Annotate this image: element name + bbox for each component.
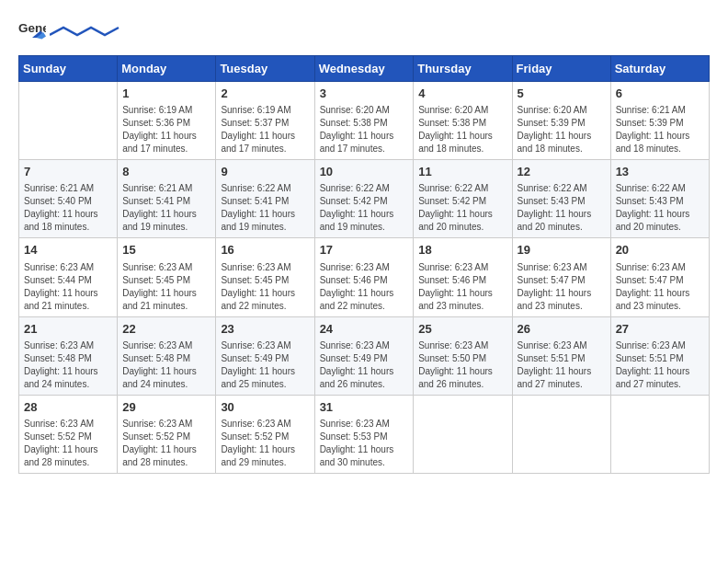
calendar-cell: 13Sunrise: 6:22 AM Sunset: 5:43 PM Dayli…: [610, 160, 709, 238]
day-info: Sunrise: 6:23 AM Sunset: 5:48 PM Dayligh…: [24, 339, 112, 391]
day-number: 31: [320, 399, 409, 416]
day-info: Sunrise: 6:23 AM Sunset: 5:46 PM Dayligh…: [320, 261, 409, 313]
calendar-cell: 15Sunrise: 6:23 AM Sunset: 5:45 PM Dayli…: [118, 238, 216, 316]
weekday-header-monday: Monday: [118, 56, 216, 82]
day-number: 21: [24, 321, 112, 338]
day-info: Sunrise: 6:23 AM Sunset: 5:51 PM Dayligh…: [616, 339, 704, 391]
calendar-cell: 17Sunrise: 6:23 AM Sunset: 5:46 PM Dayli…: [314, 238, 414, 316]
calendar-header-row: SundayMondayTuesdayWednesdayThursdayFrid…: [19, 56, 710, 82]
day-number: 22: [122, 321, 210, 338]
day-info: Sunrise: 6:22 AM Sunset: 5:42 PM Dayligh…: [418, 182, 506, 234]
calendar-cell: 9Sunrise: 6:22 AM Sunset: 5:41 PM Daylig…: [216, 160, 314, 238]
logo-wave-icon: [50, 26, 123, 37]
day-info: Sunrise: 6:19 AM Sunset: 5:36 PM Dayligh…: [122, 104, 210, 155]
day-info: Sunrise: 6:23 AM Sunset: 5:52 PM Dayligh…: [24, 418, 112, 469]
weekday-header-thursday: Thursday: [414, 56, 512, 82]
day-info: Sunrise: 6:20 AM Sunset: 5:38 PM Dayligh…: [320, 104, 409, 155]
day-number: 30: [221, 399, 309, 416]
calendar-cell: 19Sunrise: 6:23 AM Sunset: 5:47 PM Dayli…: [512, 238, 610, 316]
weekday-header-sunday: Sunday: [19, 56, 118, 82]
day-number: 12: [518, 164, 606, 180]
day-number: 14: [24, 242, 112, 259]
calendar-week-row: 21Sunrise: 6:23 AM Sunset: 5:48 PM Dayli…: [19, 316, 710, 395]
day-info: Sunrise: 6:23 AM Sunset: 5:52 PM Dayligh…: [122, 418, 210, 469]
day-number: 13: [616, 164, 704, 180]
calendar-week-row: 7Sunrise: 6:21 AM Sunset: 5:40 PM Daylig…: [19, 160, 710, 238]
day-info: Sunrise: 6:23 AM Sunset: 5:49 PM Dayligh…: [320, 339, 409, 391]
calendar-cell: 7Sunrise: 6:21 AM Sunset: 5:40 PM Daylig…: [19, 160, 118, 238]
day-number: 24: [320, 321, 409, 338]
calendar-cell: [414, 395, 512, 473]
page-header: General: [18, 18, 710, 46]
calendar-cell: 23Sunrise: 6:23 AM Sunset: 5:49 PM Dayli…: [216, 316, 314, 395]
calendar-cell: 18Sunrise: 6:23 AM Sunset: 5:46 PM Dayli…: [414, 238, 512, 316]
day-number: 25: [418, 321, 506, 338]
day-info: Sunrise: 6:23 AM Sunset: 5:52 PM Dayligh…: [221, 418, 309, 469]
day-info: Sunrise: 6:21 AM Sunset: 5:40 PM Dayligh…: [24, 182, 112, 234]
calendar-cell: 11Sunrise: 6:22 AM Sunset: 5:42 PM Dayli…: [414, 160, 512, 238]
calendar-table: SundayMondayTuesdayWednesdayThursdayFrid…: [18, 55, 710, 474]
day-info: Sunrise: 6:21 AM Sunset: 5:41 PM Dayligh…: [122, 182, 210, 234]
calendar-cell: [512, 395, 610, 473]
calendar-cell: 22Sunrise: 6:23 AM Sunset: 5:48 PM Dayli…: [118, 316, 216, 395]
day-number: 20: [616, 242, 704, 259]
day-number: 19: [518, 242, 606, 259]
day-number: 1: [122, 86, 210, 102]
calendar-cell: 3Sunrise: 6:20 AM Sunset: 5:38 PM Daylig…: [314, 82, 414, 160]
calendar-cell: 27Sunrise: 6:23 AM Sunset: 5:51 PM Dayli…: [610, 316, 709, 395]
weekday-header-tuesday: Tuesday: [216, 56, 314, 82]
calendar-cell: 14Sunrise: 6:23 AM Sunset: 5:44 PM Dayli…: [19, 238, 118, 316]
calendar-cell: 10Sunrise: 6:22 AM Sunset: 5:42 PM Dayli…: [314, 160, 414, 238]
calendar-cell: 4Sunrise: 6:20 AM Sunset: 5:38 PM Daylig…: [414, 82, 512, 160]
calendar-cell: 30Sunrise: 6:23 AM Sunset: 5:52 PM Dayli…: [216, 395, 314, 473]
day-info: Sunrise: 6:23 AM Sunset: 5:44 PM Dayligh…: [24, 261, 112, 313]
calendar-week-row: 28Sunrise: 6:23 AM Sunset: 5:52 PM Dayli…: [19, 395, 710, 473]
calendar-cell: 5Sunrise: 6:20 AM Sunset: 5:39 PM Daylig…: [512, 82, 610, 160]
day-info: Sunrise: 6:23 AM Sunset: 5:48 PM Dayligh…: [122, 339, 210, 391]
day-number: 28: [24, 399, 112, 416]
weekday-header-saturday: Saturday: [610, 56, 709, 82]
day-info: Sunrise: 6:23 AM Sunset: 5:47 PM Dayligh…: [616, 261, 704, 313]
calendar-cell: 6Sunrise: 6:21 AM Sunset: 5:39 PM Daylig…: [610, 82, 709, 160]
day-number: 18: [418, 242, 506, 259]
day-info: Sunrise: 6:23 AM Sunset: 5:53 PM Dayligh…: [320, 418, 409, 469]
calendar-cell: 21Sunrise: 6:23 AM Sunset: 5:48 PM Dayli…: [19, 316, 118, 395]
day-number: 16: [221, 242, 309, 259]
calendar-cell: 29Sunrise: 6:23 AM Sunset: 5:52 PM Dayli…: [118, 395, 216, 473]
calendar-cell: 20Sunrise: 6:23 AM Sunset: 5:47 PM Dayli…: [610, 238, 709, 316]
day-info: Sunrise: 6:23 AM Sunset: 5:50 PM Dayligh…: [418, 339, 506, 391]
day-number: 11: [418, 164, 506, 180]
day-number: 2: [221, 86, 309, 102]
calendar-cell: 25Sunrise: 6:23 AM Sunset: 5:50 PM Dayli…: [414, 316, 512, 395]
calendar-cell: 24Sunrise: 6:23 AM Sunset: 5:49 PM Dayli…: [314, 316, 414, 395]
day-info: Sunrise: 6:22 AM Sunset: 5:43 PM Dayligh…: [616, 182, 704, 234]
day-info: Sunrise: 6:23 AM Sunset: 5:47 PM Dayligh…: [518, 261, 606, 313]
calendar-cell: 26Sunrise: 6:23 AM Sunset: 5:51 PM Dayli…: [512, 316, 610, 395]
day-info: Sunrise: 6:23 AM Sunset: 5:51 PM Dayligh…: [518, 339, 606, 391]
day-number: 10: [320, 164, 409, 180]
calendar-cell: 1Sunrise: 6:19 AM Sunset: 5:36 PM Daylig…: [118, 82, 216, 160]
calendar-cell: 31Sunrise: 6:23 AM Sunset: 5:53 PM Dayli…: [314, 395, 414, 473]
day-number: 5: [518, 86, 606, 102]
day-number: 26: [518, 321, 606, 338]
calendar-cell: 28Sunrise: 6:23 AM Sunset: 5:52 PM Dayli…: [19, 395, 118, 473]
calendar-cell: 16Sunrise: 6:23 AM Sunset: 5:45 PM Dayli…: [216, 238, 314, 316]
day-info: Sunrise: 6:22 AM Sunset: 5:43 PM Dayligh…: [518, 182, 606, 234]
day-info: Sunrise: 6:23 AM Sunset: 5:49 PM Dayligh…: [221, 339, 309, 391]
day-info: Sunrise: 6:23 AM Sunset: 5:45 PM Dayligh…: [122, 261, 210, 313]
calendar-cell: 12Sunrise: 6:22 AM Sunset: 5:43 PM Dayli…: [512, 160, 610, 238]
day-number: 7: [24, 164, 112, 180]
day-number: 17: [320, 242, 409, 259]
calendar-cell: [610, 395, 709, 473]
logo: General: [18, 18, 123, 46]
calendar-week-row: 14Sunrise: 6:23 AM Sunset: 5:44 PM Dayli…: [19, 238, 710, 316]
day-number: 3: [320, 86, 409, 102]
calendar-cell: [19, 82, 118, 160]
logo-icon: General: [18, 18, 46, 46]
calendar-cell: 2Sunrise: 6:19 AM Sunset: 5:37 PM Daylig…: [216, 82, 314, 160]
day-info: Sunrise: 6:23 AM Sunset: 5:46 PM Dayligh…: [418, 261, 506, 313]
day-info: Sunrise: 6:19 AM Sunset: 5:37 PM Dayligh…: [221, 104, 309, 155]
day-info: Sunrise: 6:22 AM Sunset: 5:41 PM Dayligh…: [221, 182, 309, 234]
day-info: Sunrise: 6:23 AM Sunset: 5:45 PM Dayligh…: [221, 261, 309, 313]
day-number: 6: [616, 86, 704, 102]
